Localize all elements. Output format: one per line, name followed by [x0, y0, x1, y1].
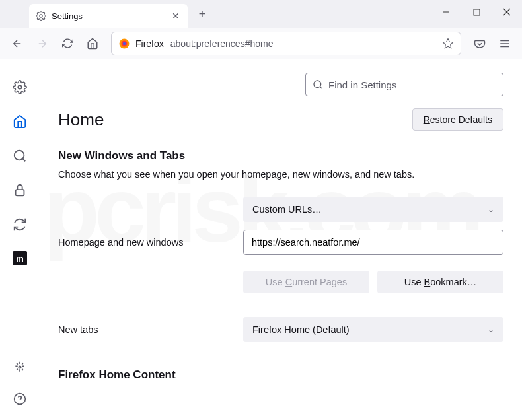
svg-point-16 [19, 366, 20, 368]
titlebar: Settings ✕ + [0, 0, 522, 28]
close-window-button[interactable] [492, 0, 522, 24]
pocket-button[interactable] [469, 33, 490, 54]
homepage-url-input[interactable] [243, 230, 503, 255]
sidebar-general[interactable] [12, 79, 28, 95]
svg-point-7 [123, 42, 126, 45]
menu-button[interactable] [494, 33, 515, 54]
homepage-label: Homepage and new windows [58, 237, 243, 248]
svg-rect-15 [16, 190, 24, 195]
sidebar-help[interactable] [12, 391, 28, 407]
star-icon[interactable] [442, 38, 454, 50]
close-icon[interactable]: ✕ [170, 11, 181, 21]
urlbar-identity-label: Firefox [135, 38, 164, 49]
settings-main: Home Restore Defaults New Windows and Ta… [40, 59, 522, 420]
search-icon [313, 79, 323, 90]
svg-line-14 [22, 158, 25, 161]
navbar: Firefox about:preferences#home [0, 28, 522, 59]
find-settings-field[interactable] [328, 79, 496, 90]
section-firefox-home-content: Firefox Home Content [58, 368, 503, 382]
select-value: Custom URLs… [252, 204, 322, 215]
use-current-pages-button[interactable]: Use Current Pages [243, 271, 369, 293]
back-button[interactable] [7, 33, 28, 54]
sidebar-more-mozilla[interactable]: m [13, 251, 27, 265]
maximize-button[interactable] [461, 0, 492, 24]
window-controls [431, 0, 522, 24]
section-desc: Choose what you see when you open your h… [58, 169, 503, 180]
new-tab-button[interactable]: + [193, 5, 211, 23]
sidebar-privacy[interactable] [12, 182, 28, 198]
chevron-down-icon: ⌄ [488, 325, 494, 334]
svg-point-19 [314, 81, 321, 88]
sidebar-search[interactable] [12, 148, 28, 164]
gear-icon [36, 11, 46, 21]
sidebar-sync[interactable] [12, 217, 28, 232]
svg-point-12 [18, 85, 22, 89]
reload-button[interactable] [57, 33, 78, 54]
use-bookmark-button[interactable]: Use Bookmark… [377, 271, 503, 293]
sidebar-extensions[interactable] [12, 359, 28, 375]
page-title: Home [58, 110, 104, 130]
sidebar-home[interactable] [12, 114, 28, 129]
find-settings-input[interactable] [305, 73, 503, 96]
minimize-button[interactable] [431, 0, 461, 24]
section-new-windows-tabs: New Windows and Tabs [58, 149, 503, 162]
url-bar[interactable]: Firefox about:preferences#home [111, 32, 461, 55]
home-button[interactable] [82, 33, 103, 54]
settings-sidebar: m [0, 59, 40, 420]
restore-defaults-button[interactable]: Restore Defaults [412, 108, 503, 131]
svg-line-20 [320, 87, 322, 88]
browser-tab[interactable]: Settings ✕ [29, 4, 188, 28]
svg-point-0 [40, 15, 42, 17]
firefox-icon [118, 38, 130, 50]
svg-point-13 [15, 151, 24, 160]
svg-rect-2 [474, 9, 480, 15]
svg-marker-8 [443, 38, 453, 48]
newtabs-label: New tabs [58, 324, 243, 335]
homepage-mode-select[interactable]: Custom URLs… ⌄ [243, 197, 503, 222]
tab-title: Settings [52, 11, 170, 21]
select-value: Firefox Home (Default) [252, 324, 350, 335]
forward-button[interactable] [32, 33, 53, 54]
newtabs-select[interactable]: Firefox Home (Default) ⌄ [243, 317, 503, 342]
chevron-down-icon: ⌄ [488, 205, 494, 214]
urlbar-url: about:preferences#home [170, 38, 442, 49]
